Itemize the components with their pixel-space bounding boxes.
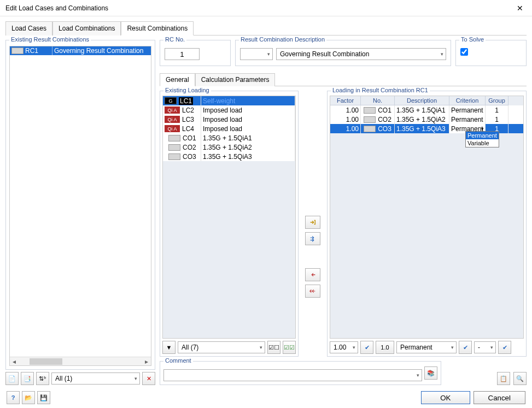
comment-title: Comment [163,357,193,364]
rc-list-row[interactable]: RC1 Governing Result Combination [10,46,151,55]
window-title: Edit Load Cases and Combinations [5,4,108,12]
rc-desc: Governing Result Combination [52,46,151,55]
group-combo[interactable]: - [474,341,496,353]
remove-button[interactable] [305,268,320,281]
filter-button[interactable]: ▼ [162,341,176,354]
tosolve-checkbox[interactable] [460,48,468,56]
existing-loading-table[interactable]: GLC1 Self-weight Qi ALC2 Imposed load Qi… [162,96,296,339]
rc-badge [11,48,24,54]
rc-id: RC1 [25,47,38,55]
delete-rc-button[interactable]: ✕ [142,372,155,385]
help-button[interactable]: ? [7,391,20,404]
tab-result-combinations[interactable]: Result Combinations [121,21,194,36]
rcno-title: RC No. [163,36,186,43]
remove-all-button[interactable] [305,285,320,298]
apply-criterion-button[interactable]: ✔ [459,341,472,354]
co-badge-icon [168,153,180,160]
rcno-input[interactable] [165,48,200,60]
co-badge-icon [364,116,376,123]
open-button[interactable]: 📂 [22,391,35,404]
value-input[interactable]: 1.0 [376,341,394,354]
table-row[interactable]: Qi ALC3 Imposed load [163,115,295,124]
col-no[interactable]: No. [361,96,395,105]
co-badge-icon [364,126,376,132]
g-badge-icon: G [165,97,177,104]
tab-load-cases[interactable]: Load Cases [5,21,52,36]
table-row[interactable]: CO2 1.35G + 1.5QiA2 [163,143,295,152]
apply-factor-button[interactable]: ✔ [360,341,373,354]
existing-loading-title: Existing Loading [163,87,211,93]
rc-list[interactable]: RC1 Governing Result Combination ◂▸ [9,46,151,366]
col-crit[interactable]: Criterion [449,96,486,105]
add-multi-button[interactable] [305,232,320,245]
loading-rc-table[interactable]: Factor No. Description Criterion Group 1… [330,96,524,339]
new-rc-button[interactable]: 📄 [5,372,19,385]
co-badge-icon [168,135,180,141]
rc-filter-combo[interactable]: All (1) [51,372,140,385]
table-row[interactable]: CO1 1.35G + 1.5QiA1 [163,133,295,143]
desc-combo[interactable]: Governing Result Combination [276,48,446,60]
select-green-button[interactable]: ☑☑ [283,341,296,354]
qi-badge-icon: Qi A [165,125,180,132]
table-row[interactable]: 1.00 CO1 1.35G + 1.5QiA1 Permanent 1 [330,105,523,115]
col-grp[interactable]: Group [486,96,508,105]
table-row[interactable]: CO3 1.35G + 1.5QiA3 [163,152,295,161]
criterion-combo[interactable]: Permanent [396,341,457,353]
sort-rc-button[interactable]: ⇅ᵇ [36,372,49,385]
qi-badge-icon: Qi A [165,116,180,123]
qi-badge-icon: Qi A [165,107,180,114]
select-all-button[interactable]: ☑☐ [267,341,280,354]
desc-type-combo[interactable] [240,48,273,60]
comment-library-button[interactable]: 📚 [424,366,437,380]
table-row[interactable]: 1.00 CO2 1.35G + 1.5QiA2 Permanent 1 [330,115,523,124]
table-row[interactable]: GLC1 Self-weight [163,96,295,105]
tab-load-combinations[interactable]: Load Combinations [52,21,121,36]
criterion-dropdown-menu[interactable]: Permanent Variable [465,131,499,147]
ok-button[interactable]: OK [421,391,470,404]
close-button[interactable]: ✕ [507,0,532,16]
copy-rc-button[interactable]: 📑 [21,372,34,385]
preview-button[interactable]: 🔍 [513,372,527,385]
details-button[interactable]: 📋 [497,372,510,385]
factor-combo[interactable]: 1.00 [330,341,358,353]
table-row[interactable]: Qi ALC2 Imposed load [163,105,295,115]
desc-title: Result Combination Description [239,36,326,43]
co-badge-icon [168,144,180,151]
criterion-option-permanent[interactable]: Permanent [466,132,499,139]
tab-general[interactable]: General [160,73,195,86]
apply-group-button[interactable]: ✔ [498,341,511,354]
existing-rc-title: Existing Result Combinations [9,36,91,43]
table-row[interactable]: Qi ALC4 Imposed load [163,124,295,133]
tosolve-title: To Solve [459,36,486,43]
comment-combo[interactable] [163,369,422,381]
loading-rc-title: Loading in Result Combination RC1 [331,87,430,93]
add-selected-button[interactable] [305,216,320,229]
cancel-button[interactable]: Cancel [473,391,526,404]
rc-hscroll[interactable]: ◂▸ [10,357,151,365]
criterion-option-variable[interactable]: Variable [466,139,499,147]
tab-calc-params[interactable]: Calculation Parameters [195,73,276,86]
col-desc[interactable]: Description [395,96,449,105]
co-badge-icon [364,107,376,114]
existing-filter-combo[interactable]: All (7) [178,341,265,353]
save-button[interactable]: 💾 [37,391,50,404]
col-factor[interactable]: Factor [330,96,361,105]
